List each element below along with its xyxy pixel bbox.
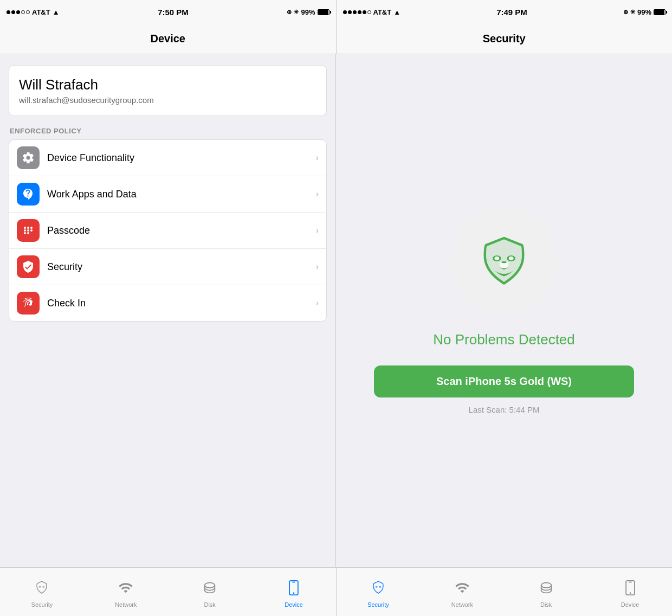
left-device-icon [288,580,299,599]
device-functionality-icon [17,146,40,169]
left-battery [318,9,329,15]
work-apps-icon [17,183,40,206]
main-content: Will Strafach will.strafach@sudosecurity… [0,54,672,567]
passcode-chevron: › [316,226,319,235]
svg-point-11 [494,256,499,260]
left-security-label: Security [31,601,53,608]
svg-point-24 [379,586,380,587]
right-security-label: Security [367,601,389,608]
left-network-icon [118,580,133,599]
checkin-chevron: › [316,298,319,308]
right-disk-label: Disk [540,601,552,608]
left-disk-label: Disk [204,601,215,608]
svg-point-25 [541,583,551,588]
work-apps-chevron: › [316,189,319,199]
left-security-icon [34,580,49,599]
status-bars: AT&T ▲ 7:50 PM ⊕ ✳ 99% AT&T ▲ 7:49 PM [0,0,672,24]
right-battery [654,9,665,15]
passcode-icon [17,219,40,242]
right-bluetooth-icon: ✳ [630,9,635,16]
dot4 [21,10,25,14]
svg-point-5 [30,227,33,229]
right-carrier: AT&T [373,8,392,16]
scan-button[interactable]: Scan iPhone 5s Gold (WS) [374,365,634,397]
svg-point-23 [376,586,377,587]
left-panel: Will Strafach will.strafach@sudosecurity… [0,54,336,567]
policy-item-device-functionality[interactable]: Device Functionality › [9,140,326,176]
shield-logo-icon [474,232,534,292]
left-tab-device[interactable]: Device [252,568,336,616]
right-panel: No Problems Detected Scan iPhone 5s Gold… [336,54,672,567]
tab-bars: Security Network Disk [0,567,672,616]
dot3 [16,10,20,14]
svg-point-1 [27,229,29,232]
right-tab-device[interactable]: Device [588,568,672,616]
right-disk-icon [539,580,554,599]
policy-item-passcode[interactable]: Passcode › [9,213,326,249]
shield-circle [450,208,558,316]
left-nav-title: Device [151,33,186,45]
nav-bars: Device Security [0,24,672,54]
right-wifi-icon: ▲ [393,8,400,16]
security-label: Security [47,261,316,273]
left-signal [7,10,30,14]
svg-point-2 [30,229,33,232]
svg-point-4 [27,227,29,229]
svg-rect-10 [502,261,507,262]
device-functionality-chevron: › [316,153,319,163]
rdot2 [348,10,352,14]
left-lock-icon: ⊕ [287,9,292,16]
svg-point-3 [24,227,26,229]
right-lock-icon: ⊕ [623,9,628,16]
left-status-bar: AT&T ▲ 7:50 PM ⊕ ✳ 99% [0,0,336,24]
right-tab-security[interactable]: Security [337,568,421,616]
svg-point-17 [205,583,215,588]
left-status-right: ⊕ ✳ 99% [287,8,329,16]
right-device-icon [625,580,636,599]
right-status-right: ⊕ ✳ 99% [623,8,665,16]
left-tab-network[interactable]: Network [84,568,168,616]
left-battery-pct: 99% [301,8,315,16]
svg-point-16 [43,586,44,587]
right-signal [343,10,371,14]
left-status-left: AT&T ▲ [7,8,60,16]
left-network-label: Network [115,601,137,608]
dot5 [26,10,30,14]
svg-point-0 [24,229,26,232]
right-status-left: AT&T ▲ [343,8,401,16]
left-battery-fill [318,10,328,15]
left-time: 7:50 PM [158,8,189,17]
right-tab-network[interactable]: Network [420,568,504,616]
right-time: 7:49 PM [496,8,527,17]
right-network-label: Network [451,601,473,608]
policy-item-work-apps[interactable]: Work Apps and Data › [9,176,326,213]
left-disk-icon [202,580,217,599]
left-tab-disk[interactable]: Disk [168,568,252,616]
policy-list: Device Functionality › Work Apps and Dat… [9,139,327,322]
right-tab-bar: Security Network Disk [337,568,673,616]
left-nav-bar: Device [0,24,336,54]
section-label: ENFORCED POLICY [0,116,335,139]
rdot3 [353,10,357,14]
user-email: will.strafach@sudosecuritygroup.com [19,95,316,105]
work-apps-label: Work Apps and Data [47,189,316,200]
right-nav-title: Security [483,33,526,45]
left-carrier: AT&T [32,8,50,16]
checkin-label: Check In [47,298,316,309]
security-chevron: › [316,262,319,272]
no-problems-text: No Problems Detected [433,331,575,348]
policy-item-checkin[interactable]: Check In › [9,285,326,321]
svg-point-28 [629,592,631,594]
svg-point-6 [24,232,26,234]
right-nav-bar: Security [337,24,673,54]
policy-item-security[interactable]: Security › [9,249,326,285]
rdot4 [358,10,361,14]
left-tab-security[interactable]: Security [0,568,84,616]
last-scan-text: Last Scan: 5:44 PM [469,405,540,414]
rdot5 [363,10,366,14]
rdot1 [343,10,347,14]
passcode-label: Passcode [47,225,316,236]
right-tab-disk[interactable]: Disk [504,568,588,616]
dot2 [11,10,15,14]
left-device-label: Device [285,601,303,608]
